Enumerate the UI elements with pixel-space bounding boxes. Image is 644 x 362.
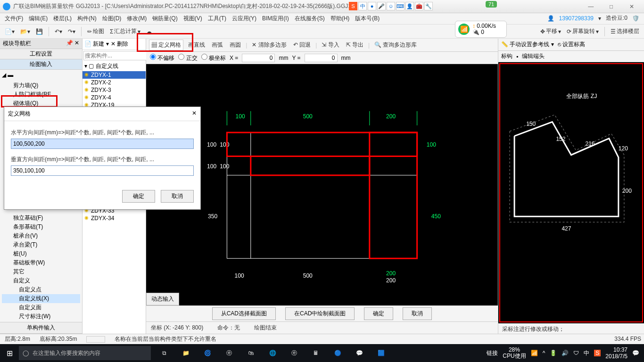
nav-single-input[interactable]: 单构件输入 [0,322,82,333]
tree-pile[interactable]: 桩(U) [2,249,80,258]
rotate-button[interactable]: ⟳ 屏幕旋转 ▾ [565,26,601,36]
start-button[interactable]: ⊞ [0,349,19,358]
draw-button[interactable]: ✏ 绘图 [85,26,106,36]
tree-custom-line[interactable]: 自定义线(X) [2,294,80,303]
ime-punct[interactable]: ● [368,2,376,10]
h-spacing-input[interactable] [11,139,194,149]
tray-volume-icon[interactable]: 🔊 [561,350,569,356]
sum-button[interactable]: Σ 汇总计算 ▾ [108,26,142,36]
from-cad-button[interactable]: 从CAD选择截面图 [212,307,276,320]
list-item[interactable]: ZDYX-3 [83,86,146,94]
tree-other[interactable]: 其它 [2,267,80,276]
ime-mic-icon[interactable]: 🎤 [377,2,386,10]
menu-draw[interactable]: 绘图(D) [99,15,124,23]
calc-icon[interactable]: 🖩 [305,344,326,362]
tray-sogou-icon[interactable]: S [594,350,601,356]
tray-clock[interactable]: 10:372018/7/5 [605,346,627,360]
draw-in-cad-button[interactable]: 在CAD中绘制截面图 [285,307,355,320]
tree-custom[interactable]: 自定义 [2,276,80,285]
tree-rf[interactable]: 人防门框墙(RF [2,90,80,99]
tray-ime-icon[interactable]: 中 [584,349,589,357]
network-widget[interactable]: 📶 ↕ 0.00K/s 🔌 0 [455,21,507,38]
list-item[interactable]: ZDYX-34 [83,214,146,222]
select-floor-button[interactable]: ☰ 选择楼层 [609,26,641,36]
list-item[interactable]: ZDYX-2 [83,79,146,86]
chat-icon[interactable]: 💬 [349,344,370,362]
menu-view[interactable]: 视图(V) [181,15,205,23]
hook-button[interactable]: 标钩 [501,52,512,60]
menu-help[interactable]: 帮助(H) [328,15,353,23]
save-button[interactable]: 💾 [34,27,45,36]
swirl-icon[interactable]: 🌀 [197,344,218,362]
new-file-button[interactable]: 📄▾ [3,27,17,36]
elev-button[interactable]: ⎋ 设置标高 [558,41,585,49]
tree-custom-face[interactable]: 自定义面 [2,303,80,312]
explorer-icon[interactable]: 📁 [175,344,196,362]
radio-ortho[interactable]: 正交 [178,54,197,62]
menu-file[interactable]: 文件(F) [2,15,26,23]
menu-edit[interactable]: 编辑(E) [26,15,50,23]
cloud-check-button[interactable]: ☁ [144,27,154,36]
clear-poly-button[interactable]: ✕ 清除多边形 [250,40,288,50]
edge-icon[interactable]: ⓔ [219,344,239,362]
ime-lang[interactable]: 中 [358,2,367,10]
minimize-button[interactable]: — [581,3,600,10]
nav-input[interactable]: 绘图输入 [0,59,82,70]
open-file-button[interactable]: 📂▾ [18,27,32,36]
tree-found-strip[interactable]: 条形基础(T) [2,222,80,231]
menu-online[interactable]: 在线服务(S) [292,15,328,23]
collapse-icon[interactable]: ▬ [8,72,13,78]
tray-notif-icon[interactable]: 💬 [632,350,639,356]
query-lib-button[interactable]: 🔍 查询多边形库 [372,40,419,50]
search-input[interactable] [83,51,147,60]
tree-foundstrip[interactable]: 基础板带(W) [2,258,80,267]
ime-emoji-icon[interactable]: ☺ [387,2,395,10]
account-id[interactable]: 13907298339 [559,15,594,22]
ime-keyboard-icon[interactable]: ⌨ [396,2,405,10]
edit-end-button[interactable]: 编辑端头 [522,52,545,60]
menu-component[interactable]: 构件(N) [74,15,99,23]
tray-wifi-icon[interactable]: 📶 [531,350,538,356]
list-item[interactable]: ZDYX-4 [83,94,146,101]
canvas-cancel-button[interactable]: 取消 [403,307,432,320]
ime-person-icon[interactable]: 👤 [405,2,414,10]
x-input[interactable] [242,54,275,62]
tree-capbeam[interactable]: 承台梁(T) [2,240,80,249]
menu-rebar[interactable]: 钢筋量(Q) [149,15,180,23]
undo-button[interactable]: ↶▾ [53,27,64,36]
component-tree[interactable]: 剪力墙(Q) 人防门框墙(RF 砌体墙(Q) [0,80,82,109]
menu-modify[interactable]: 修改(M) [124,15,149,23]
menu-floor[interactable]: 楼层(L) [50,15,74,23]
undo-poly-button[interactable]: ↶ 回退 [291,40,313,50]
draw-line-button[interactable]: 画直线 [186,40,207,50]
tree-found-single[interactable]: 独立基础(F) [2,214,80,222]
ie-icon[interactable]: ⓔ [284,344,305,362]
menu-bim[interactable]: BIM应用(I) [259,15,292,23]
define-grid-button[interactable]: ▦ 定义网格 [149,40,183,50]
expand-icon[interactable]: ◢ [2,72,6,78]
maximize-button[interactable]: □ [602,3,621,10]
tree-custom-point[interactable]: 自定义点 [2,285,80,294]
nav-proj[interactable]: 工程设置 [0,49,82,59]
pin-icon[interactable]: 📌 ✕ [66,40,79,48]
list-root[interactable]: ▾ ▢ 自定义线 [83,61,146,71]
close-button[interactable]: ✕ [622,3,641,10]
radio-polar[interactable]: 极坐标 [201,54,226,62]
v-spacing-input[interactable] [11,165,194,176]
app-blue-icon[interactable]: 🟦 [371,344,391,362]
import-button[interactable]: ⇲ 导入 [320,40,341,50]
menu-version[interactable]: 版本号(B) [352,15,382,23]
list-item[interactable]: ZDYX-1 [83,71,146,79]
browser-icon[interactable]: 🔵 [327,344,348,362]
windows-taskbar[interactable]: ⊞ ◯ 在这里输入你要搜索的内容 ⧉ 📁 🌀 ⓔ 🛍 🌐 ⓔ 🖩 🔵 💬 🟦 链… [0,344,644,362]
tray-battery-icon[interactable]: 🔋 [550,350,557,356]
store-icon[interactable]: 🛍 [240,344,261,362]
tray-up-icon[interactable]: ^ [543,350,545,356]
ime-settings-icon[interactable]: 🔧 [424,2,433,10]
ime-toolbox-icon[interactable]: 🧰 [415,2,423,10]
list-new-button[interactable]: 📄 新建 ▾ [84,40,109,48]
refline-button[interactable]: 📏 手动设置参考线 ▾ [501,41,554,49]
redo-button[interactable]: ↷▾ [66,27,77,36]
menu-tool[interactable]: 工具(T) [205,15,229,23]
radio-nooffset[interactable]: 不偏移 [150,54,174,62]
